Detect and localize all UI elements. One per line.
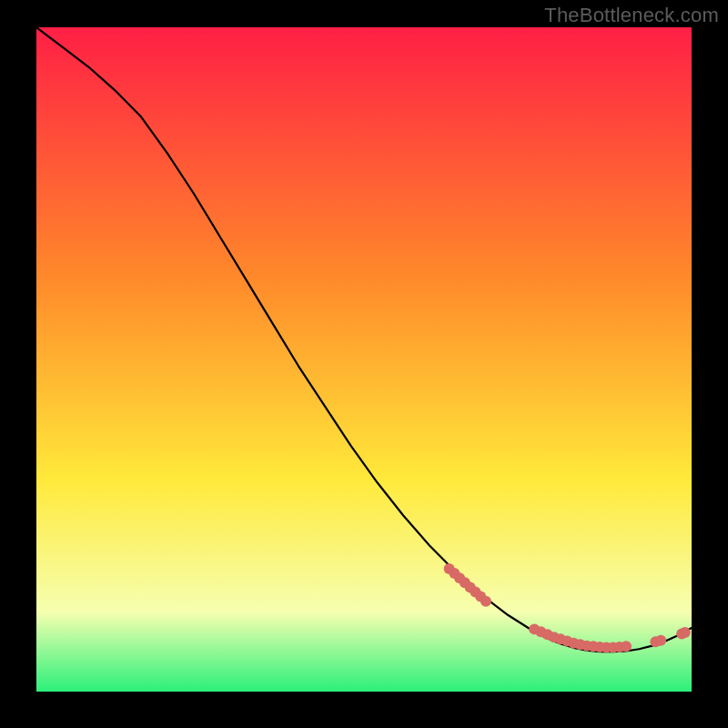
data-marker bbox=[480, 596, 491, 607]
chart-svg bbox=[36, 27, 692, 692]
data-marker bbox=[621, 641, 632, 652]
data-marker bbox=[680, 627, 691, 638]
watermark-text: TheBottleneck.com bbox=[544, 4, 719, 27]
chart-frame: TheBottleneck.com bbox=[0, 0, 728, 728]
plot-area bbox=[36, 27, 692, 692]
gradient-bg bbox=[36, 27, 692, 692]
data-marker bbox=[655, 635, 666, 646]
